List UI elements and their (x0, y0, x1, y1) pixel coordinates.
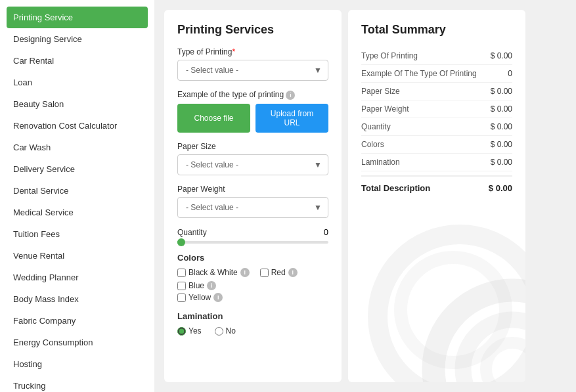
quantity-slider-thumb[interactable] (177, 238, 185, 246)
info-icon-red[interactable]: i (288, 268, 298, 277)
summary-row-paper-size: Paper Size $ 0.00 (361, 83, 512, 100)
sidebar-item-fabric-company[interactable]: Fabric Company (0, 310, 154, 332)
decorative-circles (407, 264, 525, 382)
sidebar-item-renovation-cost-calculator[interactable]: Renovation Cost Calculator (0, 115, 154, 137)
info-icon-example[interactable]: i (286, 91, 295, 100)
color-blue-checkbox[interactable] (177, 282, 186, 290)
sidebar-item-dental-service[interactable]: Dental Service (0, 180, 154, 202)
paper-size-select-wrapper: - Select value - ▼ (177, 154, 328, 175)
color-red[interactable]: Red i (260, 268, 298, 277)
paper-weight-group: Paper Weight - Select value - ▼ (177, 185, 328, 218)
sidebar-item-wedding-planner[interactable]: Wedding Planner (0, 267, 154, 288)
form-title: Printing Services (177, 23, 328, 37)
file-upload-row: Choose file Upload from URL (177, 104, 328, 133)
lamination-title: Lamination (177, 311, 328, 321)
paper-weight-select[interactable]: - Select value - (177, 197, 328, 218)
summary-row-colors: Colors $ 0.00 (361, 136, 512, 154)
paper-size-group: Paper Size - Select value - ▼ (177, 142, 328, 175)
paper-size-select[interactable]: - Select value - (177, 154, 328, 175)
sidebar-item-medical-service[interactable]: Medical Service (0, 202, 154, 223)
quantity-row: Quantity 0 (177, 227, 328, 237)
colors-title: Colors (177, 253, 328, 263)
summary-total-value: $ 0.00 (489, 183, 512, 193)
paper-weight-label: Paper Weight (177, 185, 328, 194)
sidebar-item-tuition-fees[interactable]: Tuition Fees (0, 223, 154, 245)
sidebar-item-venue-rental[interactable]: Venue Rental (0, 245, 154, 267)
summary-total-label: Total Description (361, 183, 430, 193)
quantity-label: Quantity (177, 228, 207, 237)
summary-panel: Total Summary Type Of Printing $ 0.00 Ex… (348, 10, 525, 382)
color-black-white-checkbox[interactable] (177, 269, 186, 277)
type-of-printing-select-wrapper: - Select value - ▼ (177, 60, 328, 81)
example-type-label: Example of the type of printing i (177, 90, 328, 100)
lamination-radio-row: Yes No (177, 326, 328, 336)
summary-row-paper-weight: Paper Weight $ 0.00 (361, 100, 512, 118)
sidebar-item-car-wash[interactable]: Car Wash (0, 137, 154, 158)
paper-weight-select-wrapper: - Select value - ▼ (177, 197, 328, 218)
colors-checkbox-row: Black & White i Red i Blue i (177, 268, 328, 290)
upload-url-button[interactable]: Upload from URL (255, 104, 328, 133)
quantity-slider-track (177, 241, 328, 244)
summary-row-type-of-printing: Type Of Printing $ 0.00 (361, 47, 512, 65)
sidebar-item-car-rental[interactable]: Car Rental (0, 50, 154, 72)
paper-size-label: Paper Size (177, 142, 328, 151)
sidebar-item-designing-service[interactable]: Designing Service (0, 28, 154, 50)
color-blue[interactable]: Blue i (177, 281, 216, 290)
sidebar-item-hosting[interactable]: Hosting (0, 353, 154, 375)
sidebar-item-beauty-salon[interactable]: Beauty Salon (0, 93, 154, 115)
colors-checkbox-row-2: Yellow i (177, 293, 328, 302)
svg-point-2 (486, 343, 525, 382)
type-of-printing-group: Type of Printing* - Select value - ▼ (177, 47, 328, 81)
sidebar-item-printing-service[interactable]: Printing Service (7, 7, 148, 28)
sidebar: Printing Service Designing Service Car R… (0, 0, 154, 392)
type-of-printing-select[interactable]: - Select value - (177, 60, 328, 81)
sidebar-item-delivery-service[interactable]: Delivery Service (0, 158, 154, 180)
color-black-white[interactable]: Black & White i (177, 268, 250, 277)
color-yellow-checkbox[interactable] (177, 294, 186, 302)
lamination-section: Lamination Yes No (177, 311, 328, 336)
info-icon-yellow[interactable]: i (213, 293, 223, 302)
info-icon-black-white[interactable]: i (240, 268, 250, 277)
colors-section: Colors Black & White i Red i Blue i (177, 253, 328, 302)
lamination-yes[interactable]: Yes (177, 326, 202, 336)
color-yellow[interactable]: Yellow i (177, 293, 223, 302)
type-of-printing-label: Type of Printing* (177, 47, 328, 56)
info-icon-blue[interactable]: i (207, 281, 216, 290)
sidebar-item-body-mass-index[interactable]: Body Mass Index (0, 288, 154, 310)
sidebar-item-trucking[interactable]: Trucking (0, 375, 154, 392)
color-red-checkbox[interactable] (260, 269, 269, 277)
svg-point-0 (433, 290, 525, 382)
summary-row-quantity: Quantity $ 0.00 (361, 118, 512, 136)
summary-row-lamination: Lamination $ 0.00 (361, 154, 512, 171)
form-panel: Printing Services Type of Printing* - Se… (164, 10, 342, 382)
lamination-yes-radio[interactable] (177, 327, 186, 336)
choose-file-button[interactable]: Choose file (177, 104, 250, 133)
summary-row-example-type: Example Of The Type Of Printing 0 (361, 65, 512, 83)
example-type-group: Example of the type of printing i Choose… (177, 90, 328, 133)
summary-title: Total Summary (361, 23, 512, 37)
quantity-group: Quantity 0 (177, 227, 328, 244)
sidebar-item-loan[interactable]: Loan (0, 72, 154, 93)
svg-point-1 (463, 320, 525, 382)
lamination-no[interactable]: No (215, 326, 236, 336)
lamination-no-radio[interactable] (215, 327, 223, 336)
summary-total-row: Total Description $ 0.00 (361, 175, 512, 193)
main-content: Printing Services Type of Printing* - Se… (154, 0, 576, 392)
quantity-value: 0 (324, 227, 328, 237)
sidebar-item-energy-consumption[interactable]: Energy Consumption (0, 332, 154, 353)
